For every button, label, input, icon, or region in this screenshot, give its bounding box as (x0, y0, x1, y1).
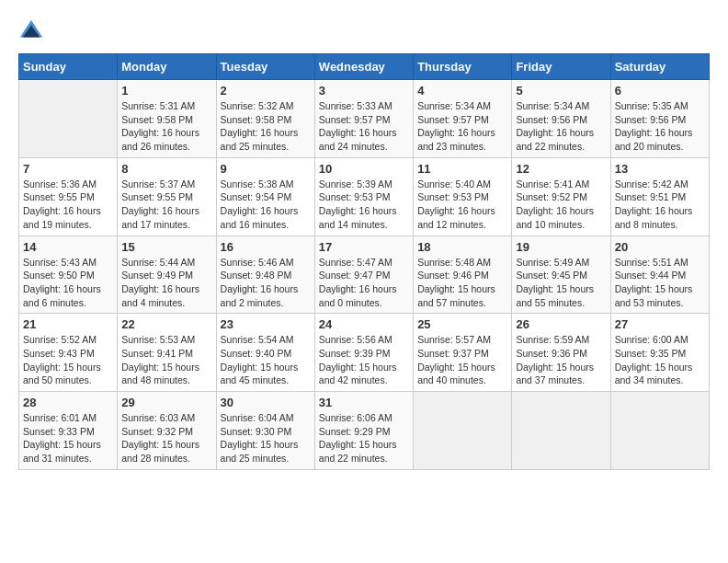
calendar-cell: 8Sunrise: 5:37 AMSunset: 9:55 PMDaylight… (118, 157, 216, 236)
day-number: 13 (615, 162, 705, 176)
calendar-cell: 23Sunrise: 5:54 AMSunset: 9:40 PMDayligh… (216, 314, 314, 392)
day-info: Sunrise: 5:52 AMSunset: 9:43 PMDaylight:… (23, 333, 113, 387)
calendar-cell: 26Sunrise: 5:59 AMSunset: 9:36 PMDayligh… (512, 314, 610, 392)
day-info: Sunrise: 5:38 AMSunset: 9:54 PMDaylight:… (221, 178, 311, 232)
day-number: 26 (516, 317, 606, 331)
day-number: 25 (417, 317, 507, 331)
calendar-cell: 11Sunrise: 5:40 AMSunset: 9:53 PMDayligh… (414, 157, 512, 236)
day-number: 24 (319, 317, 409, 331)
day-number: 3 (319, 84, 409, 98)
day-info: Sunrise: 6:03 AMSunset: 9:32 PMDaylight:… (121, 411, 211, 465)
day-info: Sunrise: 5:37 AMSunset: 9:55 PMDaylight:… (121, 178, 211, 232)
day-number: 21 (23, 317, 113, 331)
day-number: 18 (417, 240, 507, 254)
calendar-cell: 15Sunrise: 5:44 AMSunset: 9:49 PMDayligh… (118, 236, 216, 314)
day-info: Sunrise: 5:39 AMSunset: 9:53 PMDaylight:… (319, 178, 409, 232)
day-info: Sunrise: 5:53 AMSunset: 9:41 PMDaylight:… (121, 333, 211, 387)
calendar-cell: 22Sunrise: 5:53 AMSunset: 9:41 PMDayligh… (118, 314, 216, 392)
calendar-cell: 6Sunrise: 5:35 AMSunset: 9:56 PMDaylight… (610, 80, 709, 158)
day-info: Sunrise: 6:06 AMSunset: 9:29 PMDaylight:… (319, 411, 409, 465)
day-number: 29 (121, 396, 211, 409)
week-row-1: 7Sunrise: 5:36 AMSunset: 9:55 PMDaylight… (19, 157, 710, 236)
header-friday: Friday (512, 54, 610, 80)
calendar-header-row: SundayMondayTuesdayWednesdayThursdayFrid… (19, 54, 710, 80)
day-info: Sunrise: 6:04 AMSunset: 9:30 PMDaylight:… (221, 411, 311, 465)
day-info: Sunrise: 6:00 AMSunset: 9:35 PMDaylight:… (615, 333, 705, 387)
calendar-cell: 28Sunrise: 6:01 AMSunset: 9:33 PMDayligh… (19, 392, 118, 470)
calendar-cell: 14Sunrise: 5:43 AMSunset: 9:50 PMDayligh… (19, 236, 118, 314)
calendar-cell: 20Sunrise: 5:51 AMSunset: 9:44 PMDayligh… (610, 236, 709, 314)
logo-icon (18, 18, 44, 44)
day-number: 20 (615, 240, 705, 254)
day-number: 31 (319, 396, 409, 409)
day-info: Sunrise: 5:33 AMSunset: 9:57 PMDaylight:… (319, 99, 409, 154)
week-row-2: 14Sunrise: 5:43 AMSunset: 9:50 PMDayligh… (19, 236, 710, 314)
day-info: Sunrise: 5:44 AMSunset: 9:49 PMDaylight:… (121, 256, 211, 310)
calendar-cell: 19Sunrise: 5:49 AMSunset: 9:45 PMDayligh… (512, 236, 610, 314)
day-number: 28 (23, 396, 113, 409)
day-info: Sunrise: 5:31 AMSunset: 9:58 PMDaylight:… (121, 99, 211, 154)
calendar-cell: 5Sunrise: 5:34 AMSunset: 9:56 PMDaylight… (512, 80, 610, 158)
day-number: 27 (615, 317, 705, 331)
day-number: 10 (319, 162, 409, 176)
calendar-cell: 12Sunrise: 5:41 AMSunset: 9:52 PMDayligh… (512, 157, 610, 236)
calendar-cell: 3Sunrise: 5:33 AMSunset: 9:57 PMDaylight… (314, 80, 413, 158)
day-number: 12 (516, 162, 606, 176)
calendar-cell: 9Sunrise: 5:38 AMSunset: 9:54 PMDaylight… (216, 157, 314, 236)
day-number: 22 (121, 317, 211, 331)
page-header (18, 18, 710, 44)
header-monday: Monday (118, 54, 216, 80)
day-info: Sunrise: 5:46 AMSunset: 9:48 PMDaylight:… (221, 256, 311, 310)
week-row-4: 28Sunrise: 6:01 AMSunset: 9:33 PMDayligh… (19, 392, 710, 470)
calendar-cell: 25Sunrise: 5:57 AMSunset: 9:37 PMDayligh… (414, 314, 512, 392)
day-number: 1 (121, 84, 211, 98)
calendar-cell: 30Sunrise: 6:04 AMSunset: 9:30 PMDayligh… (216, 392, 314, 470)
week-row-0: 1Sunrise: 5:31 AMSunset: 9:58 PMDaylight… (19, 80, 710, 158)
day-info: Sunrise: 5:34 AMSunset: 9:57 PMDaylight:… (417, 99, 507, 154)
calendar-cell: 16Sunrise: 5:46 AMSunset: 9:48 PMDayligh… (216, 236, 314, 314)
calendar-cell: 4Sunrise: 5:34 AMSunset: 9:57 PMDaylight… (414, 80, 512, 158)
day-info: Sunrise: 5:49 AMSunset: 9:45 PMDaylight:… (516, 256, 606, 310)
day-info: Sunrise: 5:41 AMSunset: 9:52 PMDaylight:… (516, 178, 606, 232)
day-number: 7 (23, 162, 113, 176)
day-info: Sunrise: 5:57 AMSunset: 9:37 PMDaylight:… (417, 333, 507, 387)
calendar-cell: 2Sunrise: 5:32 AMSunset: 9:58 PMDaylight… (216, 80, 314, 158)
calendar-cell: 29Sunrise: 6:03 AMSunset: 9:32 PMDayligh… (118, 392, 216, 470)
calendar-cell (414, 392, 512, 470)
calendar-cell: 7Sunrise: 5:36 AMSunset: 9:55 PMDaylight… (19, 157, 118, 236)
calendar-cell: 10Sunrise: 5:39 AMSunset: 9:53 PMDayligh… (314, 157, 413, 236)
calendar-cell: 13Sunrise: 5:42 AMSunset: 9:51 PMDayligh… (610, 157, 709, 236)
logo (18, 18, 46, 44)
header-sunday: Sunday (19, 54, 118, 80)
calendar-cell: 31Sunrise: 6:06 AMSunset: 9:29 PMDayligh… (314, 392, 413, 470)
day-info: Sunrise: 5:48 AMSunset: 9:46 PMDaylight:… (417, 256, 507, 310)
calendar-cell (512, 392, 610, 470)
day-number: 11 (417, 162, 507, 176)
day-info: Sunrise: 5:35 AMSunset: 9:56 PMDaylight:… (615, 99, 705, 154)
day-number: 16 (221, 240, 311, 254)
header-thursday: Thursday (414, 54, 512, 80)
day-number: 17 (319, 240, 409, 254)
day-number: 19 (516, 240, 606, 254)
calendar-cell (610, 392, 709, 470)
day-number: 23 (221, 317, 311, 331)
day-info: Sunrise: 5:56 AMSunset: 9:39 PMDaylight:… (319, 333, 409, 387)
calendar-table: SundayMondayTuesdayWednesdayThursdayFrid… (18, 53, 710, 470)
day-info: Sunrise: 5:47 AMSunset: 9:47 PMDaylight:… (319, 256, 409, 310)
day-number: 4 (417, 84, 507, 98)
calendar-cell: 17Sunrise: 5:47 AMSunset: 9:47 PMDayligh… (314, 236, 413, 314)
day-info: Sunrise: 5:40 AMSunset: 9:53 PMDaylight:… (417, 178, 507, 232)
day-info: Sunrise: 5:36 AMSunset: 9:55 PMDaylight:… (23, 178, 113, 232)
day-number: 8 (121, 162, 211, 176)
header-saturday: Saturday (610, 54, 709, 80)
day-number: 5 (516, 84, 606, 98)
day-info: Sunrise: 5:59 AMSunset: 9:36 PMDaylight:… (516, 333, 606, 387)
header-tuesday: Tuesday (216, 54, 314, 80)
day-number: 30 (221, 396, 311, 409)
day-number: 14 (23, 240, 113, 254)
calendar-cell: 27Sunrise: 6:00 AMSunset: 9:35 PMDayligh… (610, 314, 709, 392)
day-info: Sunrise: 6:01 AMSunset: 9:33 PMDaylight:… (23, 411, 113, 465)
day-number: 2 (221, 84, 311, 98)
day-number: 9 (221, 162, 311, 176)
day-info: Sunrise: 5:32 AMSunset: 9:58 PMDaylight:… (221, 99, 311, 154)
